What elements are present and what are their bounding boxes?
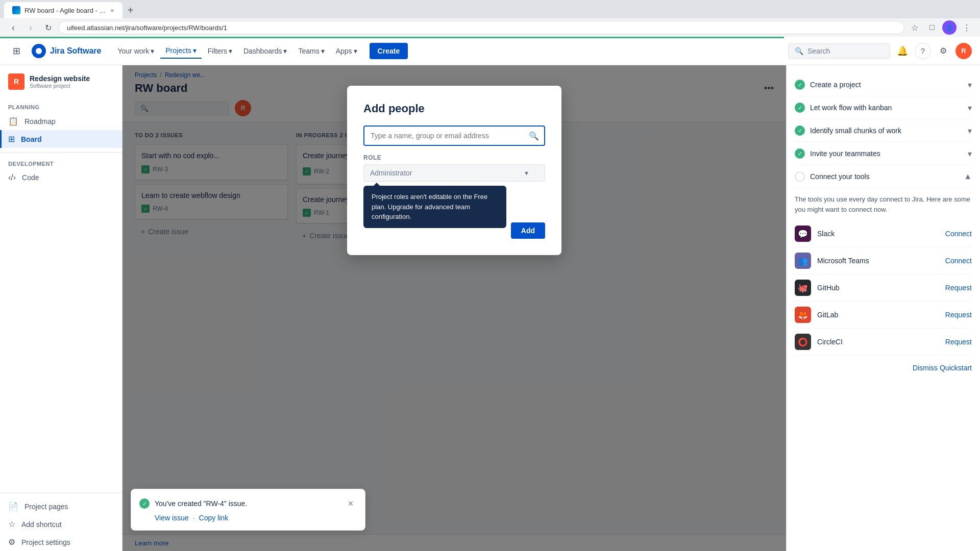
chevron-invite: ▾ [968, 149, 972, 159]
quickstart-item-connect[interactable]: Connect your tools ▲ [795, 165, 972, 188]
forward-button[interactable]: › [23, 20, 38, 35]
quickstart-item-kanban[interactable]: ✓ Let work flow with kanban ▾ [795, 96, 972, 119]
quickstart-item-invite[interactable]: ✓ Invite your teammates ▾ [795, 142, 972, 165]
teams-icon: 👥 [795, 253, 811, 269]
add-shortcut-label: Add shortcut [21, 520, 62, 529]
circleci-name: CircleCI [817, 338, 939, 346]
toast-close-button[interactable]: × [345, 497, 357, 510]
close-icon[interactable]: × [110, 7, 114, 14]
sidebar-item-add-shortcut[interactable]: ☆ Add shortcut [0, 515, 122, 533]
incognito-avatar[interactable]: 👤 [942, 20, 957, 35]
extensions-button[interactable]: □ [925, 20, 939, 35]
new-tab-button[interactable]: + [122, 2, 139, 18]
tool-item-circleci: ⭕ CircleCI Request [795, 329, 972, 356]
logo-text: Jira Software [50, 46, 101, 56]
browser-chrome: RW board - Agile board - Jira × + ‹ › ↻ … [0, 0, 980, 37]
sidebar-project: R Redesign website Software project [0, 65, 122, 98]
refresh-button[interactable]: ↻ [41, 20, 55, 35]
add-button[interactable]: Add [511, 222, 545, 239]
slack-icon: 💬 [795, 226, 811, 242]
search-bar[interactable]: 🔍 Search [788, 43, 890, 59]
role-tooltip: Project roles aren't editable on the Fre… [363, 186, 506, 228]
browser-tab-active[interactable]: RW board - Agile board - Jira × [4, 2, 122, 18]
copy-link-link[interactable]: Copy link [199, 514, 229, 522]
browser-tabs: RW board - Agile board - Jira × + [0, 0, 980, 18]
identify-label: Identify small chunks of work [810, 127, 963, 135]
bookmark-button[interactable]: ☆ [908, 20, 922, 35]
chevron-kanban: ▾ [968, 103, 972, 113]
sidebar-item-code[interactable]: ‹/› Code [0, 169, 122, 186]
search-placeholder: Search [807, 47, 830, 55]
tool-item-github: 🐙 GitHub Request [795, 274, 972, 302]
nav-dashboards[interactable]: Dashboards▾ [238, 44, 292, 58]
content-area: Projects / Redesign we... RW board ••• 🔍… [122, 65, 786, 551]
back-button[interactable]: ‹ [6, 20, 20, 35]
modal-title: Add people [363, 102, 545, 115]
search-icon: 🔍 [795, 47, 803, 55]
main-layout: R Redesign website Software project PLAN… [0, 65, 980, 551]
settings-icon: ⚙ [8, 537, 15, 547]
help-button[interactable]: ? [915, 43, 931, 59]
view-issue-link[interactable]: View issue [155, 514, 189, 522]
progress-bar [0, 37, 784, 38]
sidebar-item-roadmap[interactable]: 📋 Roadmap [0, 112, 122, 130]
check-create-project: ✓ [795, 80, 805, 90]
browser-toolbar: ‹ › ↻ uifeed.atlassian.net/jira/software… [0, 18, 980, 37]
people-search-input[interactable] [363, 126, 545, 146]
teams-name: Microsoft Teams [817, 257, 939, 265]
slack-connect[interactable]: Connect [945, 230, 972, 238]
add-shortcut-icon: ☆ [8, 519, 15, 529]
role-select[interactable]: Administrator ▾ [363, 164, 545, 182]
board-icon: ⊞ [8, 134, 15, 144]
tool-item-gitlab: 🦊 GitLab Request [795, 302, 972, 329]
project-type: Software project [30, 83, 90, 89]
sidebar-item-project-pages[interactable]: 📄 Project pages [0, 497, 122, 515]
top-nav: ⊞ Jira Software Your work▾ Projects▾ Fil… [0, 37, 980, 65]
nav-your-work[interactable]: Your work▾ [112, 44, 159, 58]
circleci-request[interactable]: Request [945, 338, 972, 346]
kanban-label: Let work flow with kanban [810, 104, 963, 112]
pages-icon: 📄 [8, 502, 18, 511]
nav-teams[interactable]: Teams▾ [293, 44, 329, 58]
sidebar-item-project-settings[interactable]: ⚙ Project settings [0, 533, 122, 551]
nav-apps[interactable]: Apps▾ [331, 44, 362, 58]
tool-item-teams: 👥 Microsoft Teams Connect [795, 247, 972, 274]
toast-success-icon: ✓ [139, 498, 150, 509]
user-avatar[interactable]: R [955, 43, 972, 59]
modal-search-icon: 🔍 [529, 131, 539, 141]
github-request[interactable]: Request [945, 284, 972, 292]
connect-tools-desc: The tools you use every day connect to J… [795, 188, 972, 220]
development-section-label: DEVELOPMENT [0, 157, 122, 169]
modal-search-wrapper: 🔍 [363, 126, 545, 146]
modal-overlay[interactable]: Add people 🔍 Role Administrator ▾ [122, 65, 786, 551]
role-label: Role [363, 154, 545, 161]
dismiss-quickstart-link[interactable]: Dismiss Quickstart [795, 364, 972, 372]
address-bar[interactable]: uifeed.atlassian.net/jira/software/proje… [58, 21, 904, 34]
check-connect-empty [795, 171, 805, 182]
menu-button[interactable]: ⋮ [960, 20, 974, 35]
notifications-button[interactable]: 🔔 [894, 43, 911, 59]
settings-button[interactable]: ⚙ [935, 43, 951, 59]
tab-title: RW board - Agile board - Jira [24, 7, 106, 14]
roadmap-label: Roadmap [24, 117, 56, 126]
check-kanban: ✓ [795, 103, 805, 113]
create-button[interactable]: Create [370, 43, 408, 59]
toast-message: You've created "RW-4" issue. [155, 499, 339, 508]
right-panel: ✓ Create a project ▾ ✓ Let work flow wit… [786, 65, 980, 551]
sidebar-item-board[interactable]: ⊞ Board [0, 130, 122, 148]
toast-notification: ✓ You've created "RW-4" issue. × View is… [131, 489, 365, 531]
nav-projects[interactable]: Projects▾ [160, 43, 202, 59]
teams-connect[interactable]: Connect [945, 257, 972, 265]
grid-icon[interactable]: ⊞ [8, 43, 24, 59]
code-label: Code [22, 173, 39, 182]
gitlab-request[interactable]: Request [945, 311, 972, 319]
nav-right: 🔍 Search 🔔 ? ⚙ R [788, 43, 972, 59]
quickstart-item-create-project[interactable]: ✓ Create a project ▾ [795, 73, 972, 96]
planning-section-label: PLANNING [0, 98, 122, 112]
quickstart-item-identify[interactable]: ✓ Identify small chunks of work ▾ [795, 119, 972, 142]
chevron-create-project: ▾ [968, 80, 972, 90]
roadmap-icon: 📋 [8, 116, 18, 126]
nav-filters[interactable]: Filters▾ [203, 44, 237, 58]
role-row: Role Administrator ▾ Project roles aren'… [363, 154, 545, 182]
role-value: Administrator [370, 169, 412, 177]
